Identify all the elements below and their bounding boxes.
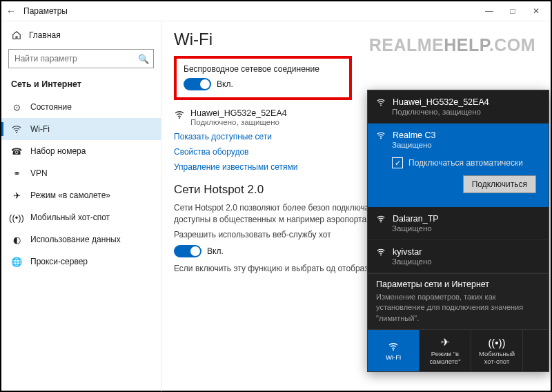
- sidebar-item-proxy[interactable]: 🌐 Прокси-сервер: [1, 251, 161, 273]
- airplane-icon: ✈: [11, 190, 22, 201]
- sidebar-home-label: Главная: [29, 30, 61, 40]
- sidebar-item-wifi[interactable]: Wi-Fi: [1, 118, 161, 140]
- toggle-state-label: Вкл.: [207, 246, 224, 256]
- proxy-icon: 🌐: [11, 256, 22, 267]
- connect-button[interactable]: Подключиться: [463, 175, 536, 193]
- sidebar-item-datausage[interactable]: ◐ Использование данных: [1, 228, 161, 251]
- svg-point-6: [380, 255, 382, 256]
- watermark: REALMEHELP.COM: [369, 35, 535, 55]
- sidebar-item-label: Использование данных: [30, 235, 121, 244]
- network-name: Huawei_HG532e_52EA4: [190, 108, 287, 118]
- network-status: Защищено: [392, 141, 540, 149]
- flyout-footer[interactable]: Параметры сети и Интернет Изменение пара…: [368, 273, 549, 329]
- settings-window: ← Параметры — □ ✕ Главная 🔍 Сеть и Интер…: [0, 0, 552, 392]
- network-status: Защищено: [392, 257, 540, 266]
- wifi-toggle[interactable]: Вкл.: [184, 78, 342, 90]
- svg-point-5: [380, 222, 382, 223]
- sidebar-item-vpn[interactable]: ⚭ VPN: [1, 162, 161, 184]
- hotspot-icon: ((•)): [11, 212, 22, 223]
- auto-connect-label: Подключаться автоматически: [408, 158, 523, 168]
- sidebar: Главная 🔍 Сеть и Интернет ⊙ Состояние Wi…: [1, 21, 161, 391]
- minimize-button[interactable]: —: [477, 3, 501, 19]
- tile-wifi[interactable]: Wi-Fi: [368, 330, 420, 371]
- network-name: Huawei_HG532e_52EA4: [393, 97, 489, 107]
- toggle-switch-icon: [184, 78, 211, 90]
- network-flyout: Huawei_HG532e_52EA4 Подключено, защищено…: [367, 90, 549, 372]
- wireless-label: Беспроводное сетевое соединение: [184, 64, 342, 74]
- wifi-icon: [376, 97, 386, 107]
- hotspot-icon: ((•)): [488, 337, 505, 349]
- dialup-icon: ☎: [11, 146, 22, 157]
- search-box[interactable]: 🔍: [8, 49, 154, 68]
- wifi-icon: [388, 341, 399, 352]
- sidebar-item-label: Мобильный хот-спот: [30, 213, 110, 222]
- close-button[interactable]: ✕: [524, 3, 548, 19]
- toggle-switch-icon: [174, 245, 201, 257]
- wifi-icon: [174, 109, 185, 120]
- tile-label: Wi-Fi: [386, 353, 401, 361]
- back-button[interactable]: ←: [4, 6, 18, 17]
- svg-point-4: [380, 138, 382, 139]
- svg-point-3: [380, 105, 382, 106]
- vpn-icon: ⚭: [11, 168, 22, 179]
- svg-point-0: [16, 132, 17, 133]
- status-icon: ⊙: [11, 101, 22, 112]
- network-status: Защищено: [392, 224, 540, 233]
- sidebar-item-label: Режим «в самолете»: [30, 190, 110, 200]
- airplane-icon: ✈: [441, 336, 450, 349]
- sidebar-item-label: Wi-Fi: [30, 124, 50, 134]
- sidebar-item-dialup[interactable]: ☎ Набор номера: [1, 140, 161, 162]
- sidebar-item-airplane[interactable]: ✈ Режим «в самолете»: [1, 184, 161, 206]
- home-icon: [11, 30, 22, 41]
- sidebar-item-label: Прокси-сервер: [30, 257, 88, 266]
- sidebar-home[interactable]: Главная: [1, 26, 161, 45]
- wifi-icon: [376, 214, 386, 224]
- toggle-state-label: Вкл.: [217, 79, 233, 89]
- flyout-network-row[interactable]: kyivstar Защищено: [368, 240, 549, 273]
- network-name: Realme C3: [393, 130, 436, 140]
- flyout-tiles: Wi-Fi ✈ Режим "в самолете" ((•)) Мобильн…: [368, 329, 549, 371]
- sidebar-item-status[interactable]: ⊙ Состояние: [1, 96, 161, 118]
- tile-label: Режим "в самолете": [421, 350, 469, 365]
- titlebar: ← Параметры — □ ✕: [1, 1, 551, 21]
- svg-point-7: [393, 349, 394, 351]
- sidebar-item-label: Состояние: [30, 102, 72, 112]
- search-icon: 🔍: [138, 54, 149, 64]
- sidebar-item-hotspot[interactable]: ((•)) Мобильный хот-спот: [1, 206, 161, 228]
- sidebar-item-label: Набор номера: [30, 146, 86, 156]
- tile-airplane[interactable]: ✈ Режим "в самолете": [420, 330, 471, 371]
- footer-desc: Изменение параметров, таких как установл…: [376, 292, 540, 324]
- wifi-icon: [376, 130, 386, 140]
- maximize-button[interactable]: □: [501, 3, 524, 19]
- highlight-box: Беспроводное сетевое соединение Вкл.: [174, 56, 352, 100]
- tile-label: Мобильный хот-спот: [473, 350, 521, 365]
- sidebar-item-label: VPN: [30, 168, 48, 178]
- search-input[interactable]: [13, 53, 138, 64]
- auto-connect-checkbox[interactable]: ✓ Подключаться автоматически: [392, 157, 540, 168]
- checkbox-icon: ✓: [392, 157, 403, 168]
- network-status: Подключено, защищено: [190, 118, 287, 126]
- window-title: Параметры: [23, 6, 68, 16]
- footer-title: Параметры сети и Интернет: [376, 280, 540, 289]
- tile-hotspot[interactable]: ((•)) Мобильный хот-спот: [471, 330, 523, 371]
- flyout-network-row[interactable]: Huawei_HG532e_52EA4 Подключено, защищено: [368, 90, 549, 124]
- wifi-icon: [11, 124, 22, 135]
- network-name: Dalaran_TP: [393, 214, 439, 224]
- network-status: Подключено, защищено: [392, 108, 540, 116]
- flyout-network-row-selected[interactable]: Realme C3 Защищено ✓ Подключаться автома…: [368, 124, 549, 207]
- wifi-icon: [376, 247, 386, 257]
- sidebar-category: Сеть и Интернет: [1, 75, 161, 96]
- svg-point-1: [179, 117, 180, 119]
- flyout-network-row[interactable]: Dalaran_TP Защищено: [368, 207, 549, 240]
- data-icon: ◐: [11, 234, 22, 245]
- network-name: kyivstar: [393, 247, 422, 257]
